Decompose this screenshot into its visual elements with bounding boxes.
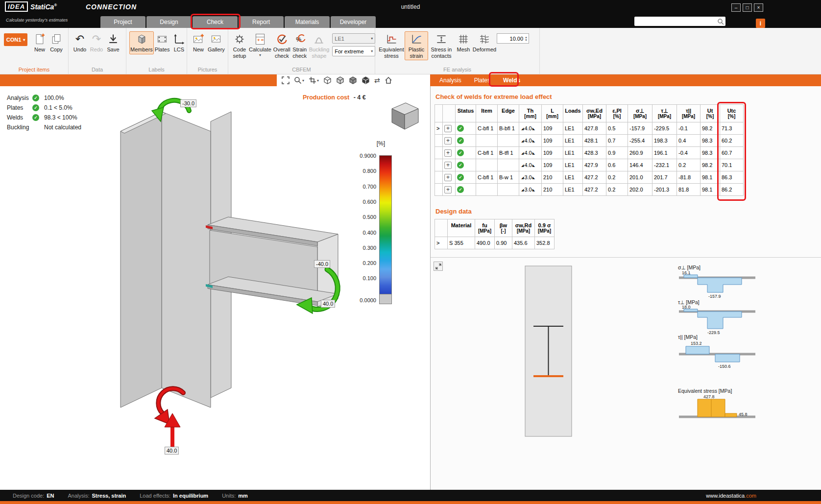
welds-col-τ⊥: τ⊥[MPa]: [652, 105, 677, 122]
cell-item: [476, 184, 498, 196]
website-link[interactable]: www.ideastatica.com: [706, 493, 756, 499]
group-pictures: New Gallery Pictures: [187, 28, 228, 74]
overall-check-button[interactable]: Overall check: [272, 31, 291, 60]
copy-project-item-button[interactable]: Copy: [48, 31, 65, 54]
results-tab-analysis[interactable]: Analysis: [433, 74, 468, 86]
scale-tick: 0.300: [362, 245, 376, 251]
weld-position-drawing[interactable]: [525, 265, 572, 439]
spinner-arrows-icon[interactable]: ▲▼: [525, 36, 528, 42]
shaded-view-icon[interactable]: [349, 76, 357, 84]
design-table-row: >S 355490.00.90435.6352.8: [435, 237, 555, 249]
strain-check-button[interactable]: % Strain check: [291, 31, 308, 60]
section-clip-icon[interactable]: ▾: [309, 76, 319, 84]
fit-view-icon[interactable]: [282, 76, 290, 84]
welds-col-σw,Ed: σw,Ed[MPa]: [583, 105, 606, 122]
cell-t_par: 81.8: [677, 184, 700, 196]
extreme-combo[interactable]: For extreme▾: [332, 46, 375, 56]
home-view-icon[interactable]: [385, 76, 392, 84]
transparent-view-icon[interactable]: [362, 76, 370, 84]
cell-item: C-bfl 1: [476, 122, 498, 135]
tab-materials[interactable]: Materials: [285, 16, 330, 28]
minimize-button[interactable]: –: [731, 3, 741, 12]
tab-report[interactable]: Report: [239, 16, 284, 28]
design-col-fu: fu[MPa]: [475, 219, 495, 237]
redo-icon: ↷: [89, 33, 104, 46]
undo-button[interactable]: ↶ Undo: [72, 31, 88, 54]
welds-col-τ||: τ||[MPa]: [677, 105, 700, 122]
mesh-button[interactable]: Mesh: [455, 31, 472, 54]
row-expander[interactable]: >: [435, 237, 448, 249]
cell-e_pl: 0.2: [606, 184, 628, 196]
cell-ut: 98.3: [700, 147, 720, 159]
status-analysis-type: Analysis:Stress, strain: [68, 493, 126, 499]
maximize-button[interactable]: □: [743, 3, 752, 12]
check-ok-icon: ✓: [32, 104, 39, 111]
gallery-button[interactable]: Gallery: [207, 31, 226, 54]
lcs-toggle[interactable]: LCS: [170, 31, 187, 54]
load-effect-combo[interactable]: LE1▾: [332, 33, 375, 44]
cell-edge: [498, 184, 519, 196]
tab-project[interactable]: Project: [100, 16, 145, 28]
row-expand-plus-button[interactable]: +: [444, 137, 452, 144]
welds-col-Utc: Utc[%]: [720, 105, 744, 122]
calculate-dropdown-icon[interactable]: ▾: [259, 53, 261, 57]
view-cube[interactable]: [383, 100, 421, 131]
redo-button[interactable]: ↷ Redo: [88, 31, 105, 54]
row-expand-plus-button[interactable]: +: [444, 174, 452, 181]
welds-col-Edge: Edge: [498, 105, 519, 122]
tab-developer[interactable]: Developer: [331, 16, 376, 28]
solid-view-icon[interactable]: [336, 76, 344, 84]
weld-symbol-icon: ◢: [521, 188, 524, 192]
zoom-icon[interactable]: ▾: [294, 76, 304, 84]
scale-spinner[interactable]: 10.00 ▲▼: [497, 33, 529, 44]
row-expander[interactable]: >: [435, 122, 443, 135]
cell-s_perp: 202.0: [628, 184, 652, 196]
welds-table-row: +✓◢4.0◣109LE1428.10.7-255.4198.30.498.36…: [435, 135, 744, 147]
equivalent-stress-button[interactable]: Equivalent stress: [378, 31, 405, 60]
diagram-min-value: -157.9: [708, 294, 721, 299]
close-button[interactable]: ×: [754, 3, 763, 12]
con1-dropdown[interactable]: CON1▾: [4, 33, 27, 46]
group-labels: Members Plates LCS Labels: [126, 28, 187, 74]
tab-design[interactable]: Design: [146, 16, 192, 28]
color-gradient-bar: [379, 155, 392, 294]
expand-icon: [435, 264, 441, 269]
status-ok-icon: ✓: [457, 174, 464, 181]
save-button[interactable]: Save: [105, 31, 121, 54]
model-viewport[interactable]: -30.0 -40.0 40.0 40.0 Analysis ✓ 100.0% …: [0, 86, 430, 490]
members-toggle[interactable]: Members: [129, 31, 154, 54]
result-color-scale: [%] 0.90000.8000.7000.6000.5000.4000.300…: [354, 140, 392, 306]
results-tabs: Analysis Plates Welds: [433, 74, 527, 86]
mirror-view-icon[interactable]: ⇄: [374, 76, 380, 84]
new-picture-button[interactable]: New: [190, 31, 207, 54]
new-project-item-button[interactable]: New: [31, 31, 48, 54]
search-input[interactable]: [634, 19, 717, 24]
buckling-icon: [312, 33, 326, 46]
row-expand-plus-button[interactable]: +: [444, 162, 452, 169]
search-box[interactable]: [634, 17, 725, 26]
diagram-sigma-perp: σ⊥ [MPa] 16.1 -157.9: [678, 264, 759, 301]
results-tab-plates[interactable]: Plates: [468, 74, 497, 86]
tab-check[interactable]: Check: [193, 16, 238, 28]
cell-s_perp: 260.9: [628, 147, 652, 159]
results-tab-welds[interactable]: Welds: [497, 74, 527, 86]
stress-in-contacts-button[interactable]: Stress in contacts: [428, 31, 455, 60]
calculate-button[interactable]: += Calculate ▾: [248, 31, 272, 59]
wireframe-view-icon[interactable]: [323, 76, 332, 84]
expand-detail-button[interactable]: [434, 262, 443, 271]
status-units: Units:mm: [222, 493, 248, 499]
row-expander: [435, 159, 443, 171]
cell-utc: 86.3: [720, 171, 744, 184]
group-cbfem: Code setup += Calculate ▾ Overall check …: [228, 28, 375, 74]
code-setup-button[interactable]: Code setup: [231, 31, 248, 60]
row-expand-plus-button[interactable]: +: [444, 186, 452, 193]
cell-t_perp: 198.3: [652, 135, 677, 147]
row-expand-plus-button[interactable]: +: [444, 125, 452, 132]
row-expand-plus-button[interactable]: +: [444, 149, 452, 157]
deformed-button[interactable]: Deformed: [472, 31, 497, 54]
plastic-strain-button[interactable]: Plastic strain: [405, 31, 428, 60]
info-button[interactable]: i: [756, 19, 765, 28]
buckling-shape-button[interactable]: Buckling shape: [308, 31, 331, 60]
plates-toggle[interactable]: Plates: [154, 31, 171, 54]
welds-table-row: +✓◢4.0◣109LE1427.90.6146.4-232.10.298.27…: [435, 159, 744, 171]
